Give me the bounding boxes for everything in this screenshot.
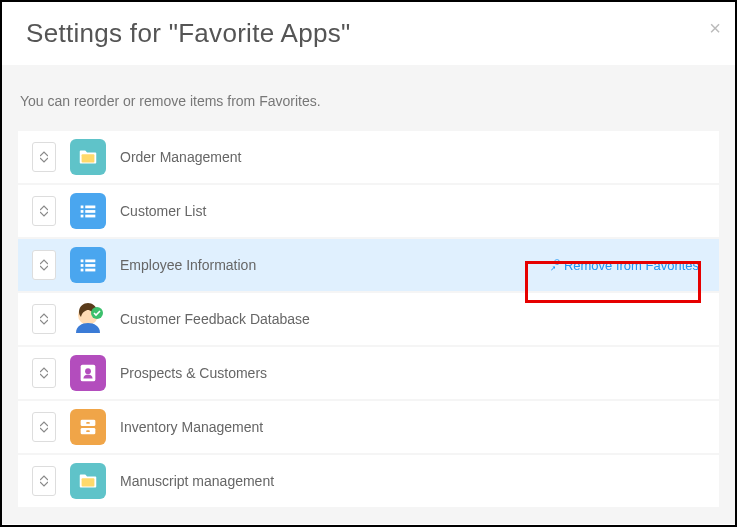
svg-rect-6 — [85, 215, 95, 218]
svg-rect-0 — [82, 154, 95, 162]
svg-rect-1 — [81, 206, 84, 209]
list-icon — [70, 247, 106, 283]
drag-handle[interactable] — [32, 412, 56, 442]
favorites-list: Order ManagementCustomer ListEmployee In… — [18, 131, 719, 507]
svg-rect-8 — [85, 260, 95, 263]
svg-rect-2 — [85, 206, 95, 209]
prospect-icon — [70, 355, 106, 391]
favorites-row[interactable]: Customer Feedback Database — [18, 293, 719, 345]
svg-rect-7 — [81, 260, 84, 263]
remove-pin-icon — [548, 259, 560, 271]
favorites-row[interactable]: Customer List — [18, 185, 719, 237]
close-icon: × — [709, 17, 721, 39]
svg-rect-20 — [86, 422, 90, 424]
drawer-icon — [70, 409, 106, 445]
chevron-down-icon — [40, 319, 48, 325]
app-label: Inventory Management — [120, 419, 705, 435]
svg-rect-3 — [81, 210, 84, 213]
chevron-down-icon — [40, 373, 48, 379]
drag-handle[interactable] — [32, 358, 56, 388]
svg-point-18 — [85, 368, 91, 374]
chevron-down-icon — [40, 157, 48, 163]
app-label: Manuscript management — [120, 473, 705, 489]
folder-icon — [70, 139, 106, 175]
app-label: Employee Information — [120, 257, 528, 273]
drag-handle[interactable] — [32, 196, 56, 226]
drag-handle[interactable] — [32, 250, 56, 280]
chevron-down-icon — [40, 481, 48, 487]
svg-rect-4 — [85, 210, 95, 213]
svg-rect-5 — [81, 215, 84, 218]
avatar-icon — [70, 301, 106, 337]
close-button[interactable]: × — [709, 18, 721, 38]
favorites-row[interactable]: Prospects & Customers — [18, 347, 719, 399]
folder-icon — [70, 463, 106, 499]
chevron-down-icon — [40, 427, 48, 433]
svg-rect-12 — [85, 269, 95, 272]
favorites-row[interactable]: Manuscript management — [18, 455, 719, 507]
remove-from-favorites-link[interactable]: Remove from Favorites — [542, 254, 705, 277]
chevron-down-icon — [40, 265, 48, 271]
favorites-row[interactable]: Order Management — [18, 131, 719, 183]
app-label: Prospects & Customers — [120, 365, 705, 381]
chevron-down-icon — [40, 211, 48, 217]
instruction-text: You can reorder or remove items from Fav… — [18, 93, 719, 109]
app-label: Order Management — [120, 149, 705, 165]
svg-rect-10 — [85, 264, 95, 267]
svg-rect-9 — [81, 264, 84, 267]
svg-line-14 — [555, 261, 558, 264]
dialog-content: You can reorder or remove items from Fav… — [2, 65, 735, 524]
favorites-row[interactable]: Employee InformationRemove from Favorite… — [18, 239, 719, 291]
svg-rect-22 — [86, 430, 90, 432]
remove-label: Remove from Favorites — [564, 258, 699, 273]
svg-rect-11 — [81, 269, 84, 272]
favorites-row[interactable]: Inventory Management — [18, 401, 719, 453]
app-label: Customer List — [120, 203, 705, 219]
app-label: Customer Feedback Database — [120, 311, 705, 327]
svg-rect-23 — [82, 478, 95, 486]
drag-handle[interactable] — [32, 142, 56, 172]
drag-handle[interactable] — [32, 466, 56, 496]
list-icon — [70, 193, 106, 229]
dialog-header: Settings for "Favorite Apps" × — [2, 2, 735, 65]
drag-handle[interactable] — [32, 304, 56, 334]
dialog-title: Settings for "Favorite Apps" — [26, 18, 711, 49]
